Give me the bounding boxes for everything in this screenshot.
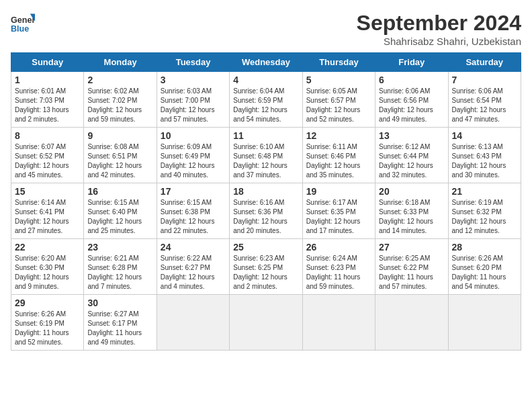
day-number: 15 [15, 186, 80, 197]
calendar-cell: 26Sunrise: 6:24 AM Sunset: 6:23 PM Dayli… [302, 239, 375, 295]
day-number: 3 [161, 75, 226, 85]
day-number: 27 [379, 242, 444, 253]
day-info: Sunrise: 6:03 AM Sunset: 7:00 PM Dayligh… [161, 87, 226, 124]
calendar-cell: 14Sunrise: 6:13 AM Sunset: 6:43 PM Dayli… [448, 128, 521, 183]
day-info: Sunrise: 6:10 AM Sunset: 6:48 PM Dayligh… [233, 142, 298, 180]
calendar-cell: 15Sunrise: 6:14 AM Sunset: 6:41 PM Dayli… [11, 183, 84, 239]
calendar-body: 1Sunrise: 6:01 AM Sunset: 7:03 PM Daylig… [11, 72, 521, 351]
month-title: September 2024 [357, 11, 521, 36]
weekday-header-sunday: Sunday [11, 53, 84, 72]
calendar-week-4: 22Sunrise: 6:20 AM Sunset: 6:30 PM Dayli… [11, 239, 521, 295]
day-info: Sunrise: 6:06 AM Sunset: 6:54 PM Dayligh… [452, 87, 517, 124]
day-info: Sunrise: 6:22 AM Sunset: 6:27 PM Dayligh… [161, 254, 226, 291]
day-number: 25 [233, 242, 298, 253]
calendar-cell: 13Sunrise: 6:12 AM Sunset: 6:44 PM Dayli… [375, 128, 448, 183]
day-info: Sunrise: 6:16 AM Sunset: 6:36 PM Dayligh… [233, 198, 298, 236]
calendar-cell: 3Sunrise: 6:03 AM Sunset: 7:00 PM Daylig… [157, 72, 229, 128]
day-info: Sunrise: 6:06 AM Sunset: 6:56 PM Dayligh… [379, 87, 444, 124]
day-number: 29 [15, 298, 80, 308]
day-info: Sunrise: 6:26 AM Sunset: 6:19 PM Dayligh… [15, 310, 80, 347]
calendar-cell: 11Sunrise: 6:10 AM Sunset: 6:48 PM Dayli… [230, 128, 302, 183]
day-info: Sunrise: 6:07 AM Sunset: 6:52 PM Dayligh… [15, 142, 80, 180]
day-info: Sunrise: 6:04 AM Sunset: 6:59 PM Dayligh… [233, 87, 298, 124]
weekday-header-tuesday: Tuesday [157, 53, 229, 72]
calendar-cell: 21Sunrise: 6:19 AM Sunset: 6:32 PM Dayli… [448, 183, 521, 239]
day-number: 19 [306, 186, 371, 197]
calendar-week-1: 1Sunrise: 6:01 AM Sunset: 7:03 PM Daylig… [11, 72, 521, 128]
calendar-week-2: 8Sunrise: 6:07 AM Sunset: 6:52 PM Daylig… [11, 128, 521, 183]
day-info: Sunrise: 6:24 AM Sunset: 6:23 PM Dayligh… [306, 254, 371, 291]
day-info: Sunrise: 6:14 AM Sunset: 6:41 PM Dayligh… [15, 198, 80, 236]
location: Shahrisabz Shahri, Uzbekistan [357, 36, 521, 47]
calendar-cell: 20Sunrise: 6:18 AM Sunset: 6:33 PM Dayli… [375, 183, 448, 239]
day-number: 9 [87, 130, 152, 141]
calendar-cell: 10Sunrise: 6:09 AM Sunset: 6:49 PM Dayli… [157, 128, 229, 183]
day-info: Sunrise: 6:18 AM Sunset: 6:33 PM Dayligh… [379, 198, 444, 236]
weekday-header-wednesday: Wednesday [230, 53, 302, 72]
calendar-cell [448, 295, 521, 351]
day-number: 16 [87, 186, 152, 197]
day-info: Sunrise: 6:19 AM Sunset: 6:32 PM Dayligh… [452, 198, 517, 236]
calendar-cell: 28Sunrise: 6:26 AM Sunset: 6:20 PM Dayli… [448, 239, 521, 295]
day-number: 6 [379, 75, 444, 85]
day-number: 8 [15, 130, 80, 141]
day-info: Sunrise: 6:21 AM Sunset: 6:28 PM Dayligh… [87, 254, 152, 291]
day-info: Sunrise: 6:25 AM Sunset: 6:22 PM Dayligh… [379, 254, 444, 291]
weekday-header-row: SundayMondayTuesdayWednesdayThursdayFrid… [11, 53, 521, 72]
weekday-header-monday: Monday [84, 53, 157, 72]
day-number: 12 [306, 130, 371, 141]
day-info: Sunrise: 6:11 AM Sunset: 6:46 PM Dayligh… [306, 142, 371, 180]
day-number: 2 [87, 75, 152, 85]
day-number: 22 [15, 242, 80, 253]
calendar-cell [302, 295, 375, 351]
calendar-table: SundayMondayTuesdayWednesdayThursdayFrid… [11, 52, 521, 351]
day-info: Sunrise: 6:17 AM Sunset: 6:35 PM Dayligh… [306, 198, 371, 236]
logo: General Blue [11, 11, 35, 35]
calendar-cell: 2Sunrise: 6:02 AM Sunset: 7:02 PM Daylig… [84, 72, 157, 128]
day-number: 23 [87, 242, 152, 253]
calendar-cell [230, 295, 302, 351]
weekday-header-saturday: Saturday [448, 53, 521, 72]
day-number: 13 [379, 130, 444, 141]
day-number: 11 [233, 130, 298, 141]
day-info: Sunrise: 6:02 AM Sunset: 7:02 PM Dayligh… [87, 87, 152, 124]
day-number: 1 [15, 75, 80, 85]
day-number: 18 [233, 186, 298, 197]
day-info: Sunrise: 6:01 AM Sunset: 7:03 PM Dayligh… [15, 87, 80, 124]
day-number: 10 [161, 130, 226, 141]
day-info: Sunrise: 6:15 AM Sunset: 6:40 PM Dayligh… [87, 198, 152, 236]
calendar-week-3: 15Sunrise: 6:14 AM Sunset: 6:41 PM Dayli… [11, 183, 521, 239]
day-info: Sunrise: 6:15 AM Sunset: 6:38 PM Dayligh… [161, 198, 226, 236]
calendar-cell: 9Sunrise: 6:08 AM Sunset: 6:51 PM Daylig… [84, 128, 157, 183]
calendar-cell: 8Sunrise: 6:07 AM Sunset: 6:52 PM Daylig… [11, 128, 84, 183]
day-info: Sunrise: 6:27 AM Sunset: 6:17 PM Dayligh… [87, 310, 152, 347]
calendar-cell: 29Sunrise: 6:26 AM Sunset: 6:19 PM Dayli… [11, 295, 84, 351]
day-number: 21 [452, 186, 517, 197]
day-info: Sunrise: 6:08 AM Sunset: 6:51 PM Dayligh… [87, 142, 152, 180]
calendar-cell: 6Sunrise: 6:06 AM Sunset: 6:56 PM Daylig… [375, 72, 448, 128]
calendar-cell: 5Sunrise: 6:05 AM Sunset: 6:57 PM Daylig… [302, 72, 375, 128]
day-number: 14 [452, 130, 517, 141]
svg-text:Blue: Blue [11, 24, 29, 34]
day-number: 30 [87, 298, 152, 308]
calendar-cell: 1Sunrise: 6:01 AM Sunset: 7:03 PM Daylig… [11, 72, 84, 128]
weekday-header-thursday: Thursday [302, 53, 375, 72]
day-info: Sunrise: 6:05 AM Sunset: 6:57 PM Dayligh… [306, 87, 371, 124]
calendar-cell: 7Sunrise: 6:06 AM Sunset: 6:54 PM Daylig… [448, 72, 521, 128]
calendar-cell: 27Sunrise: 6:25 AM Sunset: 6:22 PM Dayli… [375, 239, 448, 295]
day-number: 5 [306, 75, 371, 85]
day-info: Sunrise: 6:13 AM Sunset: 6:43 PM Dayligh… [452, 142, 517, 180]
weekday-header-friday: Friday [375, 53, 448, 72]
calendar-week-5: 29Sunrise: 6:26 AM Sunset: 6:19 PM Dayli… [11, 295, 521, 351]
day-number: 20 [379, 186, 444, 197]
day-number: 7 [452, 75, 517, 85]
day-number: 28 [452, 242, 517, 253]
day-number: 24 [161, 242, 226, 253]
day-info: Sunrise: 6:20 AM Sunset: 6:30 PM Dayligh… [15, 254, 80, 291]
calendar-cell: 12Sunrise: 6:11 AM Sunset: 6:46 PM Dayli… [302, 128, 375, 183]
calendar-cell: 19Sunrise: 6:17 AM Sunset: 6:35 PM Dayli… [302, 183, 375, 239]
calendar-cell: 17Sunrise: 6:15 AM Sunset: 6:38 PM Dayli… [157, 183, 229, 239]
day-info: Sunrise: 6:23 AM Sunset: 6:25 PM Dayligh… [233, 254, 298, 291]
calendar-cell: 16Sunrise: 6:15 AM Sunset: 6:40 PM Dayli… [84, 183, 157, 239]
day-number: 4 [233, 75, 298, 85]
